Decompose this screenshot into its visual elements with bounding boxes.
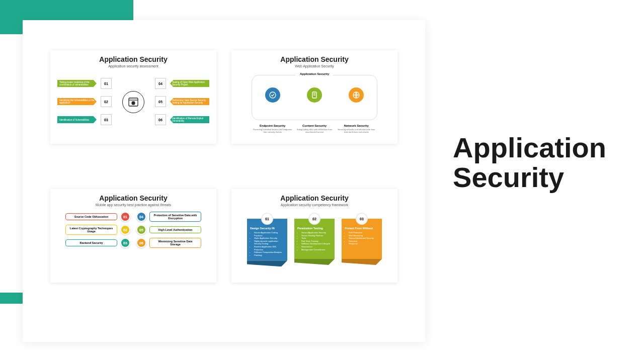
slide-subtitle: Web Application Security (231, 64, 397, 68)
slide-title: Application Security (231, 50, 397, 63)
card-title: Design Security IN (250, 227, 284, 230)
slide-grid: Application Security Application securit… (50, 50, 397, 283)
practice-number: 01 (120, 212, 130, 222)
hex-number: 03 (101, 114, 112, 125)
hex-number: 01 (101, 78, 112, 89)
tag-left: Taking proper credence of the combinatio… (57, 80, 97, 87)
category-title: Endpoint Security (253, 124, 293, 127)
practice-row: Latest Cryptography Techniques Usage 02 (65, 225, 130, 235)
card-title: Penetration Testing (297, 227, 332, 230)
slide-title: Application Security (50, 50, 216, 63)
slide-4[interactable]: Application Security Application securit… (231, 189, 397, 283)
practice-row: Source Code Obfuscation 01 (65, 212, 130, 222)
practice-row: Minimizing Sensitive Data Storage 06 (136, 238, 201, 248)
tag-left: Identifying the Vulnerabilities of the a… (57, 98, 97, 105)
practice-box: Backend Security (65, 239, 117, 246)
card-list: Secure Application SecuritySecure Hostin… (297, 231, 332, 251)
practice-row: Protection of Sensitive Data with Encryp… (136, 212, 201, 222)
card-number: 03 (356, 213, 368, 225)
card-list-item: Secure Application Coding Practices (254, 231, 284, 237)
hex-number: 02 (101, 96, 112, 107)
practice-box: Source Code Obfuscation (65, 213, 117, 220)
practice-box: Protection of Sensitive Data with Encryp… (149, 212, 201, 222)
card-title: Protect From Without (345, 227, 379, 230)
category-desc: Securing networks and infrastructure fro… (336, 128, 376, 133)
tag-right: Identification of Remote Exploit Vulnera… (170, 116, 209, 123)
category-column: Content SecuritySafeguarding data and in… (294, 124, 335, 133)
card-number: 02 (308, 213, 320, 225)
category-icon (265, 87, 280, 103)
practice-box: Latest Cryptography Techniques Usage (65, 225, 117, 235)
slide2-frame: Application Security (252, 75, 377, 120)
card-list-item: Software Composition Analysis (254, 251, 284, 254)
slide-title: Application Security (50, 189, 216, 202)
slide-subtitle: Application security competency framewor… (231, 203, 397, 207)
slide-subtitle: Mobile app security best practice agains… (50, 203, 216, 207)
tag-right: Testing of Open Web Application Security… (170, 80, 209, 87)
svg-rect-3 (133, 103, 134, 104)
practice-number: 06 (136, 238, 146, 248)
competency-card: 03 Protect From Without DoS ProtectionWe… (342, 213, 382, 266)
category-title: Content Security (294, 124, 335, 127)
practice-row: Backend Security 03 (65, 238, 130, 248)
practice-number: 04 (136, 212, 146, 222)
card-list-item: Response (349, 242, 379, 245)
card-list: DoS ProtectionWeb MonitoringNetwork/dist… (345, 231, 379, 245)
category-icon (349, 87, 364, 103)
card-banner: Design Security IN Secure Application Co… (247, 219, 287, 260)
practice-number: 03 (120, 238, 130, 248)
card-fold (294, 259, 335, 265)
practice-box: Minimizing Sensitive Data Storage (149, 238, 201, 248)
slide-title: Application Security (231, 189, 397, 202)
page-title-line1: Application (453, 132, 606, 163)
slide-3[interactable]: Application Security Mobile app security… (50, 189, 216, 283)
category-column: Network SecuritySecuring networks and in… (336, 124, 376, 133)
category-desc: Safeguarding data and information from u… (294, 128, 335, 133)
card-banner: Protect From Without DoS ProtectionWeb M… (342, 219, 382, 259)
page-title-line2: Security (453, 161, 564, 193)
card-list-item: Patching (254, 254, 284, 257)
competency-card: 01 Design Security IN Secure Application… (247, 213, 287, 266)
tag-left: Identification of Vulnerabilities (57, 116, 97, 123)
card-list-item: Highly dynamic application Security Test… (254, 240, 284, 245)
practice-row: High-Level Authentication 05 (136, 225, 201, 235)
slide-canvas: Application Security Application securit… (23, 20, 425, 342)
card-fold (342, 259, 382, 265)
competency-card: 02 Penetration Testing Secure Applicatio… (294, 213, 335, 266)
card-fold (247, 260, 287, 266)
practice-box: High-Level Authentication (149, 226, 201, 233)
card-list-item: Runtime Application Self-Protection (254, 245, 284, 251)
slide-subtitle: Application security assessment (50, 64, 216, 68)
svg-point-4 (270, 92, 276, 98)
category-title: Network Security (336, 124, 376, 127)
hex-number: 06 (155, 114, 166, 125)
practice-number: 02 (120, 225, 130, 235)
lock-browser-icon (122, 91, 144, 113)
category-column: Endpoint SecurityProtecting individual d… (253, 124, 293, 133)
hex-number: 05 (155, 96, 166, 107)
page-title: Application Security (453, 133, 606, 193)
slide-1[interactable]: Application Security Application securit… (50, 50, 216, 144)
card-list: Secure Application Coding PracticesStati… (250, 231, 284, 256)
frame-label: Application Security (296, 72, 333, 75)
slide1-body: Taking proper credence of the combinatio… (50, 71, 216, 141)
card-banner: Penetration Testing Secure Application S… (294, 219, 335, 259)
card-list-item: Management Commitment (301, 248, 332, 251)
category-icon (307, 87, 322, 103)
category-desc: Protecting individual devices and endpoi… (253, 128, 293, 133)
card-number: 01 (261, 213, 273, 225)
hex-number: 04 (155, 78, 166, 89)
tag-right: Performing Open Source Security Testing … (170, 98, 209, 105)
slide-2[interactable]: Application Security Web Application Sec… (231, 50, 397, 144)
practice-number: 05 (136, 225, 146, 235)
